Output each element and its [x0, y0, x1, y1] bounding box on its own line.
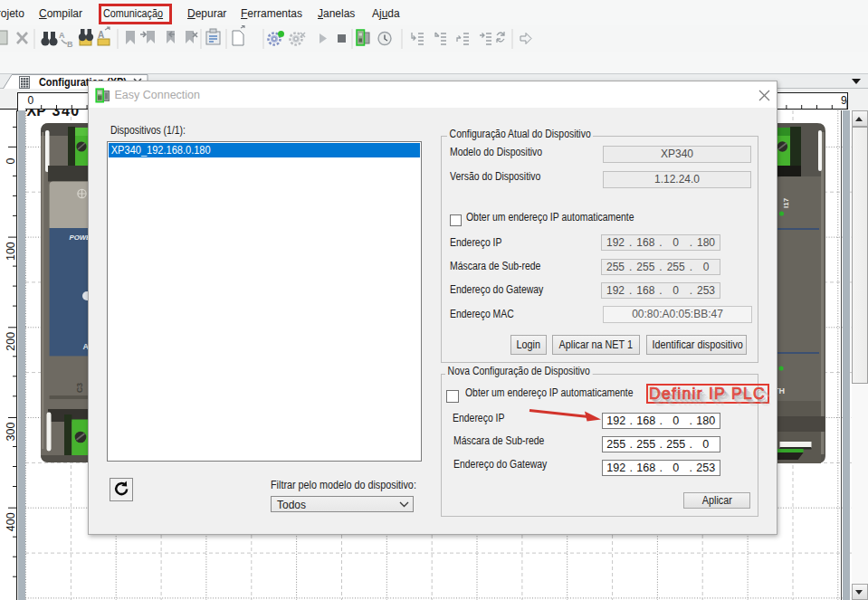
- svg-text:C3: C3: [75, 383, 84, 393]
- svg-text:A: A: [59, 31, 65, 40]
- svg-text:300: 300: [5, 423, 17, 442]
- svg-text:A: A: [98, 30, 104, 40]
- svg-text:POWER: POWER: [70, 233, 89, 242]
- svg-text:0: 0: [5, 157, 17, 164]
- svg-text:100: 100: [5, 242, 17, 261]
- svg-text:I17: I17: [782, 197, 790, 208]
- svg-text:200: 200: [5, 332, 17, 351]
- svg-text:B: B: [67, 40, 73, 49]
- svg-text:400: 400: [5, 512, 17, 531]
- svg-text:9: 9: [841, 94, 847, 107]
- svg-text:0: 0: [28, 94, 34, 107]
